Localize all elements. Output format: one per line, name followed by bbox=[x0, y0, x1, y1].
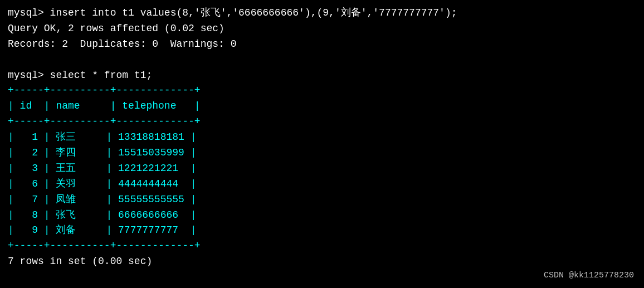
terminal-line-summary: 7 rows in set (0.00 sec) bbox=[8, 254, 636, 270]
terminal-row-3: | 3 | 王五 | 1221221221 | bbox=[8, 161, 636, 177]
terminal-row-2: | 2 | 李四 | 15515035999 | bbox=[8, 145, 636, 161]
terminal-line-5: mysql> select * from t1; bbox=[8, 68, 636, 84]
terminal-line-2: Query OK, 2 rows affected (0.02 sec) bbox=[8, 21, 636, 37]
terminal-row-7: | 9 | 刘备 | 7777777777 | bbox=[8, 223, 636, 238]
terminal-line-1: mysql> insert into t1 values(8,'张飞','666… bbox=[8, 6, 636, 21]
terminal-header: | id | name | telephone | bbox=[8, 99, 636, 114]
terminal-row-6: | 8 | 张飞 | 6666666666 | bbox=[8, 208, 636, 223]
watermark: CSDN @kk1125778230 bbox=[544, 271, 634, 280]
terminal-separator-3: +-----+----------+-------------+ bbox=[8, 238, 636, 254]
terminal-separator-2: +-----+----------+-------------+ bbox=[8, 114, 636, 130]
terminal-row-4: | 6 | 关羽 | 4444444444 | bbox=[8, 177, 636, 192]
terminal-row-1: | 1 | 张三 | 13318818181 | bbox=[8, 130, 636, 145]
terminal-row-5: | 7 | 凤雏 | 55555555555 | bbox=[8, 192, 636, 208]
terminal-line-4 bbox=[8, 52, 636, 68]
terminal-content: mysql> insert into t1 values(8,'张飞','666… bbox=[8, 6, 636, 270]
terminal-separator-1: +-----+----------+-------------+ bbox=[8, 83, 636, 99]
terminal-line-3: Records: 2 Duplicates: 0 Warnings: 0 bbox=[8, 37, 636, 52]
